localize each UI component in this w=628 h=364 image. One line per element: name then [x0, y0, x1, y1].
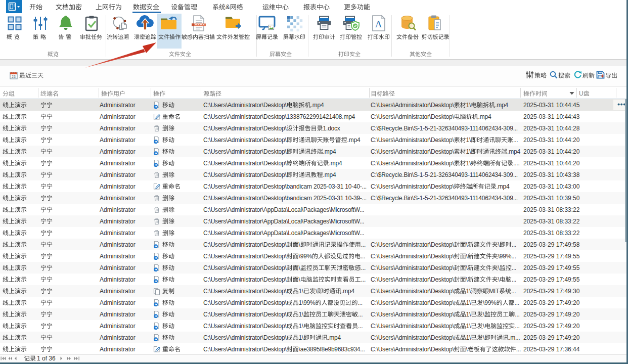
svg-text:23: 23 — [12, 75, 16, 78]
svg-text:A: A — [375, 19, 382, 29]
